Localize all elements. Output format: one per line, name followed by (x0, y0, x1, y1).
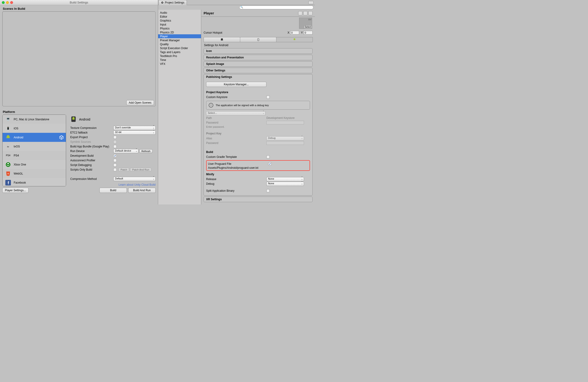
unity-logo-icon (59, 135, 64, 140)
proguard-file-path: Assets/Plugins/Android/proguard-user.txt (208, 166, 308, 169)
android-icon (4, 134, 12, 141)
tvos-icon: tv (4, 143, 12, 150)
texture-compression-label: Texture Compression (70, 126, 113, 130)
build-app-bundle-label: Build App Bundle (Google Play) (70, 145, 113, 148)
cursor-y-input[interactable] (304, 31, 313, 35)
zoom-icon[interactable] (2, 1, 5, 4)
player-settings-button[interactable]: Player Settings... (2, 188, 28, 193)
platform-item-ps4[interactable]: PS4 PS4 (2, 151, 66, 160)
script-debugging-checkbox[interactable] (113, 163, 117, 167)
run-device-select[interactable]: Default device (113, 149, 138, 153)
foldout-other[interactable]: Other Settings (204, 68, 313, 73)
svg-text:f: f (8, 181, 9, 185)
foldout-resolution[interactable]: Resolution and Presentation (204, 55, 313, 60)
compression-method-select[interactable]: Default (113, 177, 156, 181)
scenes-list[interactable]: Add Open Scenes (2, 11, 156, 106)
etc2-fallback-label: ETC2 fallback (70, 131, 113, 134)
player-settings-panel: Player 2D/ Select Cursor Hotspot X Y (201, 10, 315, 204)
preset-icon[interactable] (303, 11, 307, 15)
autoconnect-profiler-label: Autoconnect Profiler (70, 159, 113, 162)
selected-platform-header: Android (70, 115, 156, 123)
alias-select: Debug (266, 136, 304, 141)
custom-keystore-checkbox[interactable] (266, 96, 270, 99)
platform-item-tvos[interactable]: tv tvOS (2, 142, 66, 151)
script-debugging-label: Script Debugging (70, 163, 113, 167)
platform-options: Android Texture CompressionDon't overrid… (70, 115, 156, 186)
refresh-button[interactable]: Refresh (139, 149, 153, 153)
category-physics[interactable]: Physics (158, 26, 201, 30)
category-textmesh-pro[interactable]: TextMesh Pro (158, 54, 201, 58)
add-open-scenes-button[interactable]: Add Open Scenes (126, 100, 154, 105)
split-binary-checkbox[interactable] (266, 189, 270, 192)
unity-cloud-build-link[interactable]: Learn about Unity Cloud Build (70, 182, 156, 186)
build-app-bundle-checkbox[interactable] (113, 145, 117, 148)
minimize-icon[interactable] (6, 1, 9, 4)
platform-tab-ios[interactable] (240, 37, 277, 42)
debug-key-message: The application will be signed with a de… (216, 104, 269, 107)
etc2-fallback-select[interactable]: 32-bit (113, 130, 156, 135)
category-player[interactable]: Player (158, 34, 201, 38)
minify-debug-select[interactable]: None (266, 182, 304, 186)
platform-item-facebook[interactable]: f Facebook (2, 178, 66, 186)
user-proguard-checkbox[interactable] (268, 162, 272, 165)
export-project-checkbox[interactable] (113, 136, 117, 139)
user-proguard-label: User Proguard File (208, 162, 268, 165)
platform-item-android[interactable]: Android (2, 133, 66, 142)
cursor-select-button[interactable]: Select (304, 25, 312, 28)
category-script-exec-order[interactable]: Script Execution Order (158, 46, 201, 50)
texture-compression-select[interactable]: Don't override (113, 126, 156, 130)
project-settings-tab-label: Project Settings (165, 1, 184, 4)
platform-tab-standalone[interactable] (204, 37, 240, 42)
ios-icon: 📱 (4, 125, 12, 132)
split-binary-label: Split Application Binary (206, 189, 266, 192)
cursor-texture-slot[interactable]: 2D/ Select (299, 18, 312, 29)
search-input[interactable] (239, 6, 314, 9)
scripts-only-build-checkbox[interactable] (113, 168, 117, 171)
category-input[interactable]: Input (158, 22, 201, 26)
platform-item-ios[interactable]: 📱 iOS (2, 124, 66, 133)
help-icon[interactable] (298, 11, 302, 15)
gear-icon[interactable] (308, 11, 313, 15)
platform-item-xbox[interactable]: Xbox One (2, 160, 66, 169)
category-graphics[interactable]: Graphics (158, 19, 201, 22)
category-preset-manager[interactable]: Preset Manager (158, 38, 201, 42)
custom-gradle-checkbox[interactable] (266, 155, 270, 159)
project-settings-tab[interactable]: Project Settings (159, 0, 187, 5)
build-button[interactable]: Build (100, 188, 127, 193)
foldout-splash[interactable]: Splash Image (204, 61, 313, 67)
selected-platform-name: Android (79, 118, 90, 121)
foldout-icon[interactable]: Icon (204, 48, 313, 54)
platform-tab-android[interactable] (276, 37, 313, 42)
platform-list[interactable]: 🖥️ PC, Mac & Linux Standalone 📱 iOS Andr… (2, 115, 66, 186)
info-icon: ! (209, 103, 213, 108)
category-time[interactable]: Time (158, 58, 201, 62)
category-tags-layers[interactable]: Tags and Layers (158, 50, 201, 54)
keystore-manager-button[interactable]: Keystore Manager... (206, 82, 266, 87)
category-quality[interactable]: Quality (158, 42, 201, 46)
close-icon[interactable] (10, 1, 13, 4)
minify-release-select[interactable]: None (266, 177, 304, 181)
platform-item-label: iOS (14, 127, 18, 130)
settings-category-list[interactable]: Audio Editor Graphics Input Physics Phys… (158, 10, 201, 204)
keystore-password-label: Password (206, 121, 266, 124)
category-physics2d[interactable]: Physics 2D (158, 30, 201, 34)
foldout-xr[interactable]: XR Settings (204, 197, 313, 202)
build-and-run-button[interactable]: Build And Run (128, 188, 156, 193)
autoconnect-profiler-checkbox[interactable] (113, 159, 117, 162)
category-vfx[interactable]: VFX (158, 62, 201, 66)
key-password-input (266, 141, 304, 145)
symlink-sources-checkbox (113, 140, 117, 143)
platform-item-standalone[interactable]: 🖥️ PC, Mac & Linux Standalone (2, 115, 66, 124)
platform-item-label: WebGL (14, 172, 23, 175)
x-label: X (288, 31, 289, 34)
webgl-icon: 5 (4, 170, 12, 177)
development-build-checkbox[interactable] (113, 154, 117, 157)
cursor-x-input[interactable] (290, 31, 299, 35)
category-editor[interactable]: Editor (158, 15, 201, 19)
window-controls (2, 1, 13, 4)
player-platform-tabs (204, 37, 313, 42)
category-audio[interactable]: Audio (158, 11, 201, 15)
platform-item-webgl[interactable]: 5 WebGL (2, 169, 66, 178)
publishing-settings-header[interactable]: Publishing Settings (204, 74, 312, 80)
panel-options-icon[interactable] (308, 1, 314, 4)
